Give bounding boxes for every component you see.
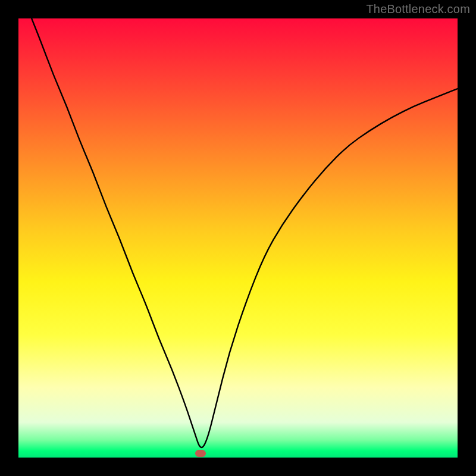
chart-frame: TheBottleneck.com: [0, 0, 476, 476]
watermark-text: TheBottleneck.com: [366, 2, 470, 16]
bottleneck-curve: [18, 18, 458, 458]
min-marker: [195, 450, 206, 457]
plot-area: [18, 18, 458, 458]
